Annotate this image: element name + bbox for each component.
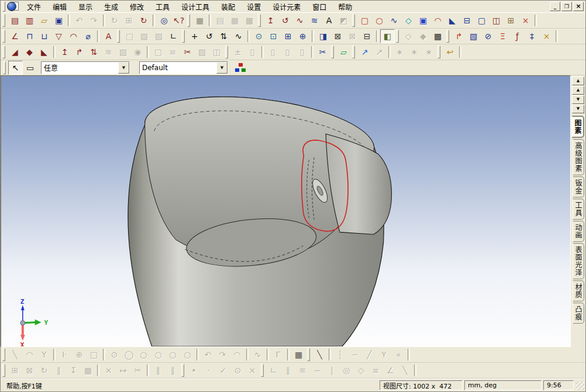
- sketch-plane-button[interactable]: ▱: [336, 45, 351, 59]
- paint-face-button[interactable]: ◢: [8, 45, 22, 59]
- tab-advanced-primitives[interactable]: 高级图素: [573, 139, 584, 175]
- configuration-combo[interactable]: Default ▼: [139, 61, 228, 74]
- 3d-viewport[interactable]: Z Y X: [1, 75, 571, 347]
- menu-design-tools[interactable]: 设计工具: [175, 1, 215, 13]
- mirror-feature-button[interactable]: ◫: [489, 13, 504, 27]
- loft-cut-button[interactable]: ◇: [401, 13, 416, 27]
- rib-feature-button[interactable]: ◣: [445, 13, 460, 27]
- shaded-display-button[interactable]: ◧: [380, 29, 395, 43]
- update-refs-button[interactable]: ↻: [136, 13, 151, 27]
- sweep-boss-button[interactable]: ∿: [292, 13, 307, 27]
- selection-filter-combo[interactable]: 任意 ▼: [41, 61, 130, 74]
- menu-tools[interactable]: 工具: [150, 1, 175, 13]
- close-button[interactable]: ×: [573, 2, 584, 11]
- thin-feature-button[interactable]: ⊟: [460, 13, 474, 27]
- chevron-down-icon[interactable]: ▼: [216, 62, 227, 74]
- sheet-bend-button[interactable]: ↱: [72, 45, 87, 59]
- menu-display[interactable]: 显示: [73, 1, 98, 13]
- zoom-button[interactable]: ⊙: [251, 29, 266, 43]
- menu-design-elements[interactable]: 设计元素: [267, 1, 306, 13]
- color-swatch-button[interactable]: ■: [192, 13, 207, 27]
- tab-primitives[interactable]: 图素: [571, 116, 584, 138]
- scroll-down-button[interactable]: ▼: [572, 95, 584, 104]
- menu-window[interactable]: 窗口: [306, 1, 332, 13]
- constraint-pin-button[interactable]: ‡: [525, 29, 539, 43]
- eyedropper-button[interactable]: ↗: [357, 45, 372, 59]
- dim-vertical-button[interactable]: ⊔: [37, 29, 51, 43]
- menu-modify[interactable]: 修改: [124, 1, 150, 13]
- extrude-boss-button[interactable]: ↥: [263, 13, 278, 27]
- tab-sheet-metal[interactable]: 钣金: [573, 176, 584, 197]
- suppress-button[interactable]: ×: [539, 29, 554, 43]
- render-display-button[interactable]: ▩: [430, 29, 445, 43]
- tab-tools[interactable]: 工具: [573, 199, 584, 220]
- dim-horizontal-button[interactable]: ⊓: [22, 29, 37, 43]
- loft-boss-button[interactable]: ≋: [307, 13, 322, 27]
- pan-view-button[interactable]: +: [187, 29, 202, 43]
- sweep-cut-button[interactable]: ∿: [387, 13, 401, 27]
- pipe-feature-button[interactable]: ◠: [430, 13, 445, 27]
- array-feature-button[interactable]: ⊞: [504, 13, 518, 27]
- feature-tree-button[interactable]: [234, 61, 250, 75]
- context-help-button[interactable]: ↖?: [171, 13, 186, 27]
- select-pointer-button[interactable]: ↖: [8, 61, 23, 75]
- chevron-down-icon[interactable]: ▼: [118, 62, 129, 74]
- zoom-window-button[interactable]: ⊡: [266, 29, 281, 43]
- restore-button[interactable]: ❐: [561, 2, 572, 11]
- tab-animation[interactable]: 动画: [573, 221, 584, 242]
- verify-tool-button[interactable]: ✂: [315, 45, 330, 59]
- walk-view-button[interactable]: ⇅: [216, 29, 231, 43]
- projection-button[interactable]: ▦: [291, 348, 306, 362]
- resize-grip[interactable]: [576, 381, 584, 390]
- dim-diameter-button[interactable]: ⌀: [81, 29, 95, 43]
- return-folder-button[interactable]: ↩: [443, 45, 457, 59]
- new-part-button[interactable]: ▤: [8, 13, 22, 27]
- app-icon[interactable]: [7, 2, 19, 11]
- shell-feature-button[interactable]: ▢: [474, 13, 489, 27]
- spline-view-button[interactable]: ∿: [231, 29, 246, 43]
- corner-round-button[interactable]: ◠: [66, 29, 81, 43]
- menu-assembly[interactable]: 装配: [215, 1, 241, 13]
- menu-edit[interactable]: 编辑: [47, 1, 73, 13]
- camera-view-button[interactable]: ⊠: [330, 29, 345, 43]
- rotate-view-button[interactable]: ↺: [202, 29, 216, 43]
- measure-button[interactable]: ▧: [466, 29, 481, 43]
- delete-face-button[interactable]: ×: [518, 13, 533, 27]
- tab-material[interactable]: 材质: [573, 280, 584, 301]
- menu-generate[interactable]: 生成: [98, 1, 124, 13]
- fill-patch-button[interactable]: ▣: [416, 13, 430, 27]
- scroll-top-button[interactable]: ▲: [572, 77, 584, 85]
- profile-check-button[interactable]: ▽: [51, 29, 66, 43]
- 3d-model-canvas[interactable]: Z Y X: [1, 76, 570, 346]
- view-list-button[interactable]: ⊟: [360, 29, 374, 43]
- design-tree-search-button[interactable]: ◎: [157, 13, 171, 27]
- sheet-fold-button[interactable]: ⇅: [87, 45, 101, 59]
- zoom-target-button[interactable]: ⊕: [295, 29, 310, 43]
- menu-settings[interactable]: 设置: [241, 1, 267, 13]
- select-box-button[interactable]: ▭: [23, 61, 37, 75]
- menu-help[interactable]: 帮助: [332, 1, 358, 13]
- sheet-extrude-button[interactable]: ↥: [57, 45, 72, 59]
- tab-emboss[interactable]: 凸痕: [573, 303, 584, 324]
- scroll-up-button[interactable]: ▲: [572, 86, 584, 95]
- extrude-cut-button[interactable]: ▢: [357, 13, 372, 27]
- save-button[interactable]: ▣: [51, 13, 66, 27]
- cut-check-button[interactable]: ✂: [180, 45, 195, 59]
- zoom-part-button[interactable]: ⊞: [281, 29, 295, 43]
- scroll-bottom-button[interactable]: ▼: [572, 105, 584, 113]
- axis-display-button[interactable]: ∟: [166, 29, 181, 43]
- mass-properties-button[interactable]: Ξ: [495, 29, 510, 43]
- construction-line-button[interactable]: ╲: [312, 348, 327, 362]
- minimize-button[interactable]: _: [550, 2, 560, 11]
- revolve-boss-button[interactable]: ↺: [278, 13, 292, 27]
- annotation-button[interactable]: A: [101, 29, 116, 43]
- menu-file[interactable]: 文件: [21, 1, 47, 13]
- text-sketch-button[interactable]: A: [322, 13, 336, 27]
- section-view-button[interactable]: ⊘: [481, 29, 495, 43]
- redline-button[interactable]: ↱: [451, 29, 466, 43]
- prev-view-button[interactable]: ◨: [316, 29, 330, 43]
- parameters-button[interactable]: ƒ: [510, 29, 525, 43]
- paint-part-button[interactable]: ◆: [22, 45, 37, 59]
- paint-remove-button[interactable]: ◣: [37, 45, 51, 59]
- tab-surface-finish[interactable]: 表面光泽: [573, 243, 584, 279]
